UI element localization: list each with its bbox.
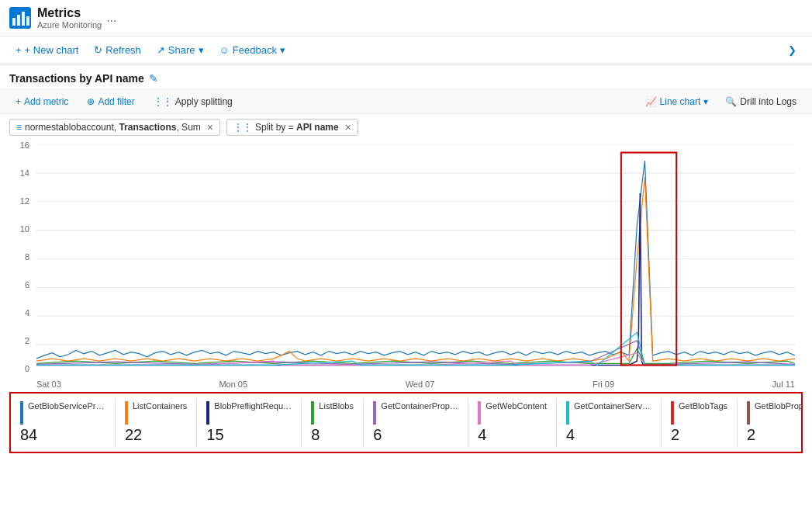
y-label-16: 16 bbox=[20, 140, 29, 150]
y-label-14: 14 bbox=[20, 168, 29, 178]
chart-plot bbox=[36, 144, 795, 373]
legend-item-name: GetBlobTags bbox=[679, 401, 727, 411]
legend-item-value: 6 bbox=[373, 426, 458, 444]
chart-type-button[interactable]: 📈 Line chart ▾ bbox=[641, 93, 714, 110]
add-filter-button[interactable]: ⊕ Add filter bbox=[81, 93, 140, 110]
legend-item-top: GetContainerProperties bbox=[373, 401, 458, 425]
filter-bar: ≡ normestablobaccount, Transactions, Sum… bbox=[0, 114, 812, 140]
svg-rect-3 bbox=[22, 12, 25, 26]
legend-color-bar bbox=[206, 401, 209, 425]
drill-logs-button[interactable]: 🔍 Drill into Logs bbox=[719, 93, 803, 110]
x-label-fri09: Fri 09 bbox=[593, 380, 614, 389]
legend-item: GetContainerServiceM... 4 bbox=[557, 398, 662, 447]
legend-item-top: BlobPreflightRequest bbox=[206, 401, 292, 425]
legend-item-name: BlobPreflightRequest bbox=[214, 401, 292, 411]
app-title: Metrics bbox=[37, 6, 102, 20]
legend-item: ListContainers 22 bbox=[116, 398, 197, 447]
y-axis: 16 14 12 10 8 6 4 2 0 bbox=[9, 140, 33, 373]
chart-type-arrow: ▾ bbox=[703, 96, 708, 107]
legend-item-top: ListContainers bbox=[125, 401, 187, 425]
feedback-label: Feedback bbox=[233, 44, 277, 56]
line-chart-icon: 📈 bbox=[645, 96, 657, 107]
legend-item-value: 84 bbox=[20, 426, 105, 444]
collapse-icon: ❯ bbox=[788, 44, 796, 56]
y-label-2: 2 bbox=[25, 336, 29, 345]
legend-item-top: GetBlobServiceProper... bbox=[20, 401, 105, 425]
legend-item-name: ListBlobs bbox=[319, 401, 354, 411]
legend-item-top: GetBlobTags bbox=[671, 401, 727, 425]
feedback-button[interactable]: ☺ Feedback ▾ bbox=[213, 41, 292, 59]
legend-item: GetBlobProperties 2 bbox=[738, 398, 803, 447]
legend-color-bar bbox=[125, 401, 128, 425]
app-ellipsis[interactable]: ... bbox=[106, 11, 116, 25]
x-label-mon05: Mon 05 bbox=[219, 380, 247, 389]
split-chip-close[interactable]: × bbox=[345, 122, 351, 133]
legend-item-top: GetBlobProperties bbox=[747, 401, 803, 425]
legend-item-name: ListContainers bbox=[133, 401, 187, 411]
legend-item-name: GetBlobServiceProper... bbox=[28, 401, 105, 411]
legend-item: BlobPreflightRequest 15 bbox=[197, 398, 302, 447]
share-button[interactable]: ↗ Share ▾ bbox=[150, 41, 210, 59]
feedback-icon: ☺ bbox=[219, 44, 230, 56]
new-chart-button[interactable]: + + New chart bbox=[9, 41, 85, 59]
split-chip-icon: ⋮⋮ bbox=[233, 122, 252, 133]
add-metric-icon: + bbox=[16, 96, 21, 107]
legend-item-name: GetBlobProperties bbox=[755, 401, 803, 411]
legend-item-top: ListBlobs bbox=[311, 401, 354, 425]
metric-chip-close[interactable]: × bbox=[207, 122, 213, 133]
legend-item: GetBlobTags 2 bbox=[662, 398, 738, 447]
svg-rect-1 bbox=[12, 18, 16, 26]
share-arrow-icon: ▾ bbox=[199, 44, 204, 56]
edit-icon[interactable]: ✎ bbox=[149, 72, 158, 85]
add-filter-label: Add filter bbox=[98, 96, 134, 107]
new-chart-icon: + bbox=[16, 44, 22, 56]
chart-svg bbox=[36, 144, 795, 373]
refresh-icon: ↻ bbox=[94, 44, 102, 56]
split-filter-chip: ⋮⋮ Split by = API name × bbox=[226, 119, 358, 136]
add-metric-button[interactable]: + Add metric bbox=[9, 93, 74, 110]
metric-filter-chip: ≡ normestablobaccount, Transactions, Sum… bbox=[9, 119, 220, 136]
top-bar: Metrics Azure Monitoring ... bbox=[0, 0, 812, 36]
legend-item: GetContainerProperties 6 bbox=[364, 398, 468, 447]
x-label-wed07: Wed 07 bbox=[406, 380, 435, 389]
collapse-button[interactable]: ❯ bbox=[782, 41, 803, 59]
refresh-button[interactable]: ↻ Refresh bbox=[88, 41, 147, 59]
legend-color-bar bbox=[671, 401, 674, 425]
legend-item-top: GetContainerServiceM... bbox=[566, 401, 651, 425]
new-chart-label: + New chart bbox=[25, 44, 79, 56]
legend-item-name: GetContainerServiceM... bbox=[574, 401, 651, 411]
chart-toolbar-right: 📈 Line chart ▾ 🔍 Drill into Logs bbox=[641, 93, 803, 110]
legend-item-name: GetContainerProperties bbox=[381, 401, 458, 411]
legend-item-value: 4 bbox=[478, 426, 547, 444]
legend-color-bar bbox=[478, 401, 481, 425]
legend-item: GetWebContent 4 bbox=[468, 398, 557, 447]
y-label-4: 4 bbox=[25, 308, 29, 317]
app-subtitle: Azure Monitoring bbox=[37, 20, 102, 29]
refresh-label: Refresh bbox=[105, 44, 141, 56]
y-label-12: 12 bbox=[20, 196, 29, 206]
legend-item-value: 2 bbox=[747, 426, 803, 444]
metric-chip-icon: ≡ bbox=[16, 122, 22, 133]
y-label-8: 8 bbox=[25, 252, 29, 262]
apply-splitting-label: Apply splitting bbox=[175, 96, 233, 107]
y-label-0: 0 bbox=[25, 364, 29, 373]
x-label-jul11: Jul 11 bbox=[772, 380, 795, 389]
legend-item-value: 22 bbox=[125, 426, 187, 444]
svg-rect-4 bbox=[26, 16, 29, 26]
chart-title-bar: Transactions by API name ✎ bbox=[0, 64, 812, 89]
drill-logs-label: Drill into Logs bbox=[740, 96, 796, 107]
legend-color-bar bbox=[566, 401, 569, 425]
y-label-6: 6 bbox=[25, 280, 29, 289]
legend-item-value: 15 bbox=[206, 426, 292, 444]
legend-item-name: GetWebContent bbox=[485, 401, 547, 411]
legend-color-bar bbox=[20, 401, 23, 425]
y-label-10: 10 bbox=[20, 224, 29, 234]
main-toolbar: + + New chart ↻ Refresh ↗ Share ▾ ☺ Feed… bbox=[0, 36, 812, 64]
add-metric-label: Add metric bbox=[24, 96, 68, 107]
add-filter-icon: ⊕ bbox=[87, 96, 95, 107]
feedback-arrow-icon: ▾ bbox=[280, 44, 285, 56]
legend-color-bar bbox=[747, 401, 750, 425]
svg-rect-2 bbox=[17, 15, 20, 26]
apply-splitting-button[interactable]: ⋮⋮ Apply splitting bbox=[147, 93, 239, 110]
legend-area: GetBlobServiceProper... 84 ListContainer… bbox=[9, 392, 803, 453]
